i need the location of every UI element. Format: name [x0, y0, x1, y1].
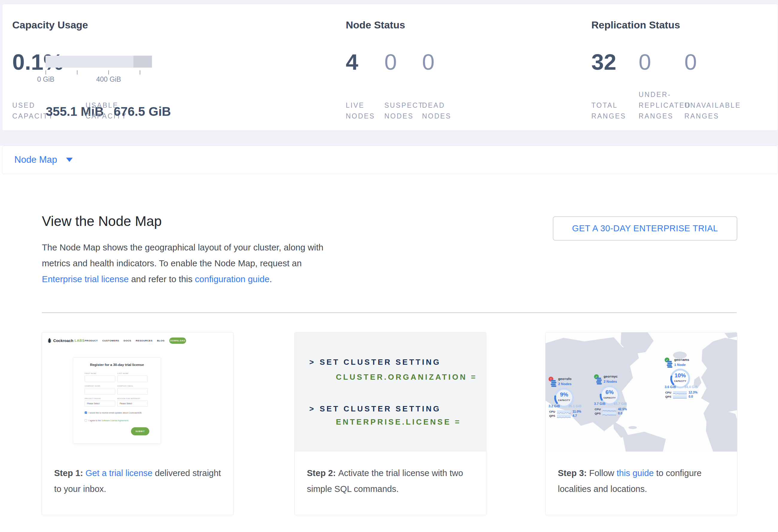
- step3-caption: Step 3:Follow this guide to configure lo…: [558, 465, 728, 497]
- database-icon: [596, 378, 602, 384]
- cluster-name: geo=ams: [674, 358, 689, 362]
- project-phase-select: Please Select: [85, 400, 115, 407]
- total-ranges-label: TOTAL RANGES: [591, 100, 626, 122]
- email-updates-checkbox-row: I would like to receive email updates ab…: [85, 411, 142, 414]
- sql-command-line: >SET CLUSTER SETTING: [309, 404, 441, 413]
- enterprise-trial-license-link[interactable]: Enterprise trial license: [42, 274, 129, 284]
- step1-card: Cockroach LABS PRODUCT CUSTOMERS DOCS RE…: [42, 332, 234, 515]
- sql-argument: ENTERPRISE.LICENSE =: [336, 417, 461, 427]
- cpu-value: 12.3%: [689, 390, 698, 394]
- capacity-axis-tick: [140, 70, 140, 75]
- step1-prefix: Step 1:: [54, 468, 83, 478]
- cluster-node-count: 1 Node: [674, 363, 686, 367]
- license-agreement-checkbox-row: I agree to the Software License Agreemen…: [85, 419, 129, 422]
- cockroach-labs-logo: Cockroach LABS: [48, 338, 85, 343]
- chevron-down-icon[interactable]: [66, 158, 73, 162]
- brand-name: Cockroach: [53, 338, 73, 343]
- qps-sparkline: [673, 395, 687, 398]
- step2-caption: Step 2:Activate the trial license with t…: [307, 465, 477, 497]
- under-replicated-ranges-value: 0: [639, 49, 651, 75]
- cpu-sparkline: [673, 391, 687, 394]
- nav-item: PRODUCT: [85, 339, 98, 342]
- field-label: PROJECT PHASE: [85, 398, 101, 399]
- capacity-used: 3.2 GiB: [549, 404, 560, 408]
- sql-prompt: >: [309, 404, 316, 413]
- sql-command-line: >SET CLUSTER SETTING: [309, 358, 441, 367]
- capacity-label: CAPACITY: [670, 380, 691, 382]
- under-replicated-ranges-label: UNDER- REPLICATED RANGES: [639, 89, 691, 122]
- database-icon: [551, 380, 556, 387]
- submit-pill: SUBMIT: [131, 427, 149, 435]
- download-pill: DOWNLOAD: [169, 337, 186, 344]
- field-label: COMPANY NAME: [85, 385, 100, 387]
- cockroach-bug-icon: [48, 338, 52, 343]
- capacity-used: 3.7 GiB: [594, 402, 605, 405]
- total-ranges-value: 32: [591, 49, 616, 75]
- cpu-value: 42.5%: [618, 407, 627, 411]
- capacity-axis-label-0: 0 GiB: [28, 75, 64, 83]
- step1-thumbnail: Cockroach LABS PRODUCT CUSTOMERS DOCS RE…: [42, 332, 233, 452]
- usable-capacity-value: 676.5 GiB: [114, 104, 171, 119]
- cpu-sparkline: [603, 408, 616, 410]
- field-label: LAST NAME: [117, 373, 128, 374]
- sql-argument: CLUSTER.ORGANIZATION =: [336, 373, 477, 382]
- first-name-input: [85, 376, 115, 382]
- nav-item: RESOURCES: [136, 339, 153, 342]
- checkbox-label: I agree to the: [88, 420, 101, 422]
- capacity-percent: 9%: [553, 391, 575, 398]
- capacity-axis-tick: [77, 70, 77, 75]
- form-title: Register for a 30-day trial license: [73, 363, 161, 367]
- step3-map-preview: ! geo=sfo 2 Nodes 9% CAPACITY 3.2 GiB 35…: [546, 332, 737, 452]
- capacity-usage-title: Capacity Usage: [12, 18, 88, 31]
- this-guide-link[interactable]: this guide: [617, 468, 654, 478]
- cpu-label: CPU: [665, 391, 673, 394]
- cluster-name: geo=sfo: [558, 377, 571, 381]
- qps-row: QPS 0.0: [595, 411, 622, 415]
- view-selector-row: Node Map: [2, 146, 778, 174]
- nodemap-description: The Node Map shows the geographical layo…: [42, 239, 338, 287]
- cpu-label: CPU: [595, 407, 603, 411]
- suspect-nodes-label: SUSPECT NODES: [384, 100, 423, 122]
- company-email-input: [117, 388, 148, 395]
- checkbox-icon: [85, 419, 87, 422]
- live-nodes-value: 4: [346, 49, 358, 75]
- qps-label: QPS: [595, 412, 603, 415]
- capacity-percent: 6%: [599, 389, 620, 395]
- section-divider: [42, 312, 737, 313]
- field-label: COMPANY EMAIL: [117, 385, 134, 387]
- cpu-value: 11.0%: [572, 409, 581, 413]
- qps-sparkline: [603, 412, 616, 415]
- dead-nodes-value: 0: [422, 49, 435, 75]
- get-trial-license-link[interactable]: Get a trial license: [86, 468, 153, 478]
- unavailable-ranges-value: 0: [684, 49, 697, 75]
- database-icon: [667, 361, 673, 368]
- mini-site-nav: PRODUCT CUSTOMERS DOCS RESOURCES BLOG: [85, 339, 164, 342]
- cpu-row: CPU 12.3%: [665, 390, 698, 394]
- configuration-guide-link[interactable]: configuration guide: [195, 274, 269, 284]
- nav-item: CUSTOMERS: [102, 339, 119, 342]
- cluster-summary-panel: Capacity Usage 0.1% 0 GiB 400 GiB USED C…: [2, 4, 778, 131]
- capacity-used: 3.6 GiB: [665, 385, 676, 389]
- cpu-sparkline: [557, 410, 571, 413]
- company-name-input: [85, 388, 115, 395]
- step2-sql-panel: >SET CLUSTER SETTING CLUSTER.ORGANIZATIO…: [295, 332, 486, 452]
- qps-row: QPS 4.7: [549, 414, 577, 417]
- capacity-axis-tick: [108, 70, 109, 75]
- capacity-axis-label-400: 400 GiB: [91, 75, 127, 83]
- qps-value: 0.0: [618, 411, 622, 415]
- page-title: View the Node Map: [42, 213, 162, 229]
- description-text: The Node Map shows the geographical layo…: [42, 242, 323, 268]
- dead-nodes-label: DEAD NODES: [422, 100, 451, 122]
- replication-status-title: Replication Status: [591, 18, 680, 31]
- live-nodes-label: LIVE NODES: [346, 100, 375, 122]
- brand-suffix: LABS: [74, 339, 85, 342]
- get-enterprise-trial-button[interactable]: GET A 30-DAY ENTERPRISE TRIAL: [553, 216, 737, 241]
- last-name-input: [117, 376, 148, 382]
- capacity-total: 34.4 GiB: [684, 385, 698, 389]
- sql-command: SET CLUSTER SETTING: [320, 404, 441, 413]
- field-label: FIRST NAME: [85, 373, 96, 374]
- qps-value: 4.7: [572, 414, 577, 417]
- nav-item: BLOG: [157, 339, 165, 342]
- field-label: REASON FOR INTEREST: [117, 398, 140, 399]
- nodemap-dropdown[interactable]: Node Map: [14, 154, 57, 165]
